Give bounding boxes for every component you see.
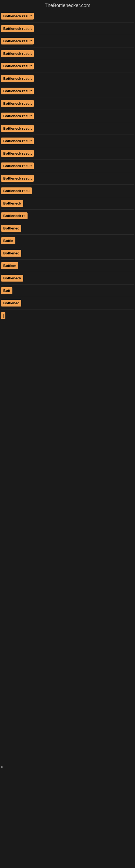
bottleneck-badge[interactable]: Bottleneck resu [1,187,32,194]
bottleneck-badge[interactable]: Bottleneck result [1,38,34,44]
site-title: TheBottlenecker.com [0,0,135,10]
bottleneck-badge[interactable]: Bottleneck result [1,175,34,182]
bottleneck-row-23: Bott [0,284,135,297]
bottleneck-row-11: Bottleneck result [0,135,135,147]
bottleneck-badge[interactable]: Bottleneck result [1,88,34,94]
bottleneck-row-1: Bottleneck result [0,10,135,22]
bottleneck-row-18: Bottlenec [0,222,135,235]
bottleneck-badge[interactable]: Bottleneck result [1,63,34,69]
bottleneck-row-19: Bottle [0,235,135,247]
bottleneck-row-20: Bottlenec [0,247,135,259]
bottom-char: c [1,765,3,769]
bottleneck-row-13: Bottleneck result [0,160,135,172]
bottleneck-badge[interactable]: Bottleneck result [1,50,34,57]
bottleneck-row-17: Bottleneck re [0,210,135,222]
badges-container: Bottleneck resultBottleneck resultBottle… [0,10,135,322]
bottleneck-row-7: Bottleneck result [0,85,135,97]
bottleneck-badge[interactable]: Bottleneck result [1,100,34,107]
bottleneck-row-2: Bottleneck result [0,23,135,35]
bottleneck-badge[interactable]: Bottleneck result [1,162,34,169]
bottleneck-row-22: Bottleneck [0,272,135,284]
bottleneck-badge[interactable]: | [1,312,5,319]
bottleneck-badge[interactable]: Bottlem [1,262,18,269]
bottleneck-row-25: | [0,310,135,322]
bottleneck-badge[interactable]: Bottleneck result [1,125,34,132]
bottleneck-row-4: Bottleneck result [0,48,135,60]
bottleneck-row-5: Bottleneck result [0,60,135,72]
bottleneck-badge[interactable]: Bottlenec [1,300,21,307]
bottleneck-badge[interactable]: Bott [1,287,12,294]
bottleneck-badge[interactable]: Bottleneck result [1,25,34,32]
bottleneck-row-9: Bottleneck result [0,110,135,122]
bottleneck-row-15: Bottleneck resu [0,185,135,197]
bottleneck-row-14: Bottleneck result [0,172,135,184]
bottleneck-badge[interactable]: Bottleneck [1,275,23,282]
bottleneck-row-21: Bottlem [0,259,135,272]
bottleneck-row-16: Bottleneck [0,197,135,209]
bottleneck-badge[interactable]: Bottleneck result [1,113,34,119]
bottleneck-badge[interactable]: Bottlenec [1,250,21,257]
bottleneck-badge[interactable]: Bottle [1,237,15,244]
bottleneck-badge[interactable]: Bottleneck result [1,75,34,82]
bottleneck-row-8: Bottleneck result [0,97,135,110]
bottleneck-row-3: Bottleneck result [0,35,135,47]
bottleneck-row-6: Bottleneck result [0,72,135,85]
bottleneck-row-10: Bottleneck result [0,122,135,134]
bottleneck-row-24: Bottlenec [0,297,135,309]
page-container: TheBottlenecker.com Bottleneck resultBot… [0,0,135,868]
bottom-label: c [1,765,3,769]
bottleneck-badge[interactable]: Bottleneck result [1,137,34,144]
bottleneck-badge[interactable]: Bottleneck [1,200,23,207]
bottleneck-row-12: Bottleneck result [0,147,135,159]
bottleneck-badge[interactable]: Bottleneck re [1,212,28,219]
bottleneck-badge[interactable]: Bottlenec [1,225,21,231]
bottleneck-badge[interactable]: Bottleneck result [1,13,34,20]
bottleneck-badge[interactable]: Bottleneck result [1,150,34,157]
